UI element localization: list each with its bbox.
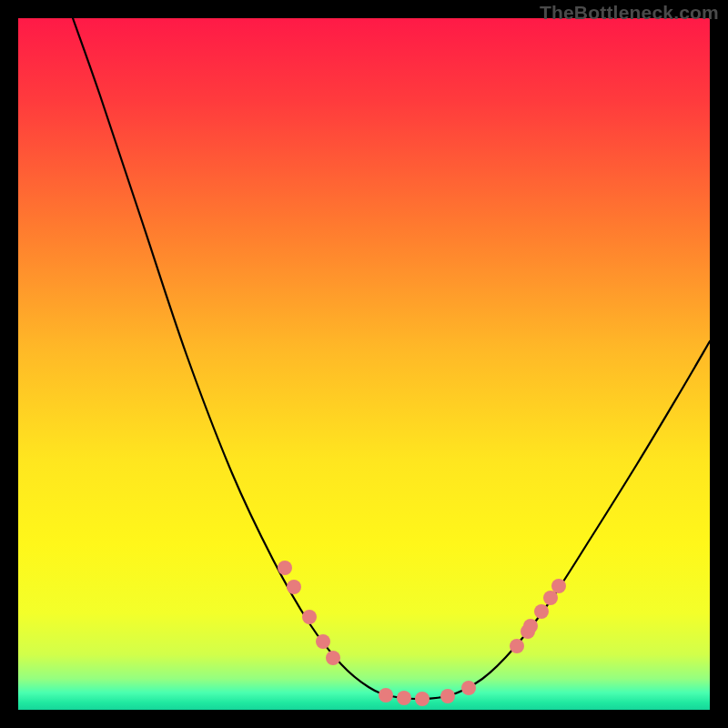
highlight-marker bbox=[278, 561, 292, 575]
highlight-marker bbox=[415, 692, 430, 706]
highlight-marker bbox=[510, 639, 524, 653]
highlight-marker bbox=[440, 689, 455, 703]
watermark-text: TheBottleneck.com bbox=[540, 2, 719, 24]
highlight-marker bbox=[461, 681, 476, 695]
highlight-marker bbox=[551, 579, 566, 593]
highlight-marker bbox=[379, 688, 393, 703]
highlight-marker bbox=[397, 691, 411, 705]
highlight-marker bbox=[287, 580, 301, 594]
highlight-marker bbox=[316, 634, 330, 649]
highlight-marker bbox=[523, 619, 538, 633]
highlight-marker bbox=[302, 610, 317, 624]
gradient-rect bbox=[18, 18, 710, 710]
highlight-marker bbox=[326, 651, 340, 665]
highlight-marker bbox=[534, 604, 549, 619]
bottleneck-chart bbox=[18, 18, 710, 710]
highlight-marker bbox=[543, 591, 558, 605]
